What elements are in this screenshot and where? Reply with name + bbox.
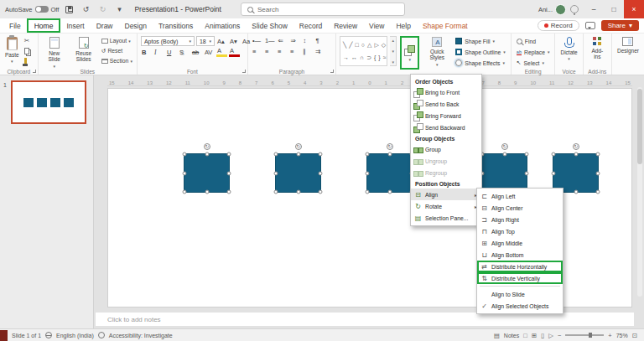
quick-styles-button[interactable]: Quick Styles ▾: [423, 36, 451, 67]
grow-font-button[interactable]: A▴: [216, 37, 227, 46]
paragraph-tool-5[interactable]: ↕: [303, 36, 314, 45]
reset-button[interactable]: ↺ Reset: [101, 46, 133, 55]
alignment-tool-2[interactable]: ≡: [264, 47, 275, 56]
shape-option[interactable]: ≈: [383, 54, 387, 61]
tab-shape-format[interactable]: Shape Format: [417, 18, 474, 33]
rotation-handle[interactable]: [501, 143, 508, 150]
font-color-button[interactable]: A: [229, 48, 240, 57]
slide-shape-2[interactable]: [275, 153, 321, 193]
selection-handle[interactable]: [205, 152, 209, 157]
selection-handle[interactable]: [274, 152, 278, 157]
maximize-button[interactable]: □: [604, 0, 624, 18]
selection-handle[interactable]: [574, 152, 578, 157]
slide-shape-3[interactable]: [366, 153, 413, 193]
rotation-handle[interactable]: [573, 143, 579, 150]
selection-handle[interactable]: [366, 171, 370, 175]
tab-view[interactable]: View: [363, 18, 390, 33]
submenu-item-align-right[interactable]: ⊐Align Right: [477, 214, 563, 225]
slide-thumbnail[interactable]: [11, 80, 86, 124]
quick-access-more-button[interactable]: ▾: [112, 2, 126, 17]
shape-effects-button[interactable]: Shape Effects ▾: [454, 58, 507, 68]
selection-handle[interactable]: [525, 171, 529, 175]
paragraph-tool-3[interactable]: ⇐: [278, 36, 288, 45]
strikethrough-button[interactable]: ab: [191, 48, 202, 57]
selection-handle[interactable]: [227, 171, 231, 175]
accessibility-status[interactable]: Accessibility: Investigate: [109, 333, 173, 338]
rotation-handle[interactable]: [387, 143, 393, 150]
menu-item-rotate[interactable]: ↻Rotate▸: [411, 200, 481, 212]
shape-outline-button[interactable]: Shape Outline ▾: [454, 47, 507, 57]
shape-fill-button[interactable]: Shape Fill ▾: [454, 36, 507, 46]
tab-help[interactable]: Help: [390, 18, 416, 33]
vertical-scrollbar[interactable]: [637, 87, 642, 297]
designer-button[interactable]: Designer: [615, 36, 641, 54]
tab-home[interactable]: Home: [27, 18, 61, 33]
shape-option[interactable]: ⊃: [366, 54, 371, 61]
selection-handle[interactable]: [319, 171, 323, 175]
format-painter-button[interactable]: [23, 56, 34, 65]
menu-item-send-to-back[interactable]: Send to Back: [411, 98, 481, 110]
menu-item-bring-to-front[interactable]: Bring to Front: [411, 86, 481, 98]
slide-shape-4[interactable]: [481, 153, 527, 193]
shape-option[interactable]: □: [356, 41, 359, 49]
paste-button[interactable]: Paste ▾: [3, 36, 21, 64]
fit-to-window-icon[interactable]: ⊡: [632, 332, 637, 339]
shape-option[interactable]: ↔: [351, 54, 357, 61]
alignment-tool-5[interactable]: ∥: [302, 47, 313, 56]
selection-handle[interactable]: [387, 152, 392, 157]
reuse-slides-button[interactable]: Reuse Slides: [70, 36, 98, 64]
section-button[interactable]: Section ▾: [101, 56, 133, 65]
slideshow-icon[interactable]: ▷: [548, 332, 553, 339]
submenu-item-align-left[interactable]: ⊏Align Left: [477, 190, 563, 202]
selection-handle[interactable]: [366, 152, 370, 157]
submenu-item-align-to-slide[interactable]: Align to Slide: [477, 288, 563, 300]
slide-sorter-icon[interactable]: ⊞: [532, 332, 537, 339]
selection-handle[interactable]: [296, 152, 300, 157]
tab-design[interactable]: Design: [119, 18, 153, 33]
paragraph-tool-6[interactable]: ¶: [315, 36, 326, 45]
submenu-item-align-middle[interactable]: ⊞Align Middle: [477, 237, 563, 249]
shape-option[interactable]: ╲: [343, 41, 346, 49]
new-slide-button[interactable]: New Slide ▾: [42, 36, 67, 69]
text-shadow-button[interactable]: S: [179, 48, 190, 57]
menu-item-bring-forward[interactable]: Bring Forward: [411, 110, 481, 121]
shape-option[interactable]: ▷: [374, 41, 378, 49]
font-dialog-launcher[interactable]: [242, 70, 246, 73]
selection-handle[interactable]: [319, 152, 323, 157]
language-label[interactable]: English (India): [56, 333, 94, 338]
rotation-handle[interactable]: [295, 143, 302, 150]
submenu-item-distribute-vertically[interactable]: ⇅Distribute Vertically: [477, 272, 563, 284]
alignment-tool-3[interactable]: ≡: [277, 47, 288, 56]
lightbulb-icon[interactable]: [570, 5, 579, 13]
rotation-handle[interactable]: [204, 143, 210, 150]
shape-option[interactable]: {: [374, 54, 376, 61]
paragraph-tool-1[interactable]: •—: [252, 36, 262, 45]
font-size-select[interactable]: 18 ▾: [196, 36, 215, 46]
alignment-tool-6[interactable]: ⇉: [314, 47, 325, 56]
undo-button[interactable]: ↺: [79, 2, 92, 17]
reading-view-icon[interactable]: ▯: [541, 332, 544, 339]
dictate-button[interactable]: Dictate ▾: [558, 36, 579, 61]
bold-button[interactable]: B: [141, 48, 152, 57]
cut-button[interactable]: ✂: [23, 36, 34, 45]
font-name-select[interactable]: Aptos (Body) ▾: [141, 36, 195, 46]
shape-option[interactable]: ◇: [382, 41, 386, 49]
alignment-tool-4[interactable]: ≡: [289, 47, 300, 56]
autosave-toggle[interactable]: AutoSave Off: [5, 6, 59, 13]
shape-option[interactable]: ○: [361, 41, 365, 49]
submenu-item-align-top[interactable]: ⊓Align Top: [477, 225, 563, 237]
selection-handle[interactable]: [274, 171, 278, 175]
selection-handle[interactable]: [274, 190, 278, 194]
zoom-slider[interactable]: [565, 334, 604, 336]
selection-handle[interactable]: [296, 190, 300, 194]
redo-button[interactable]: ↻: [96, 2, 109, 17]
gallery-down-icon[interactable]: ▾: [392, 49, 394, 54]
tab-transitions[interactable]: Transitions: [153, 18, 199, 33]
notes-area[interactable]: Click to add notes: [96, 313, 634, 326]
selection-handle[interactable]: [552, 152, 556, 157]
selection-handle[interactable]: [227, 190, 231, 194]
avatar[interactable]: [555, 4, 566, 15]
selection-handle[interactable]: [319, 190, 323, 194]
comments-icon[interactable]: [585, 22, 595, 29]
menu-item-send-backward[interactable]: Send Backward: [411, 121, 481, 133]
